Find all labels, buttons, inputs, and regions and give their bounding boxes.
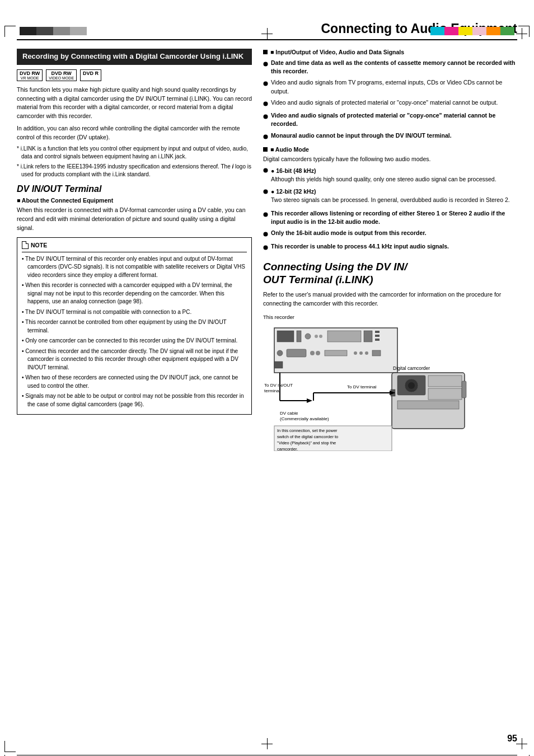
circle-bullet-b2 xyxy=(263,231,268,239)
svg-point-14 xyxy=(315,335,318,338)
note-item-6: Connect this recorder and the camcorder … xyxy=(22,348,247,372)
svg-rect-17 xyxy=(364,331,372,342)
circle-bullet-1 xyxy=(263,60,268,76)
svg-text:(Commercially available): (Commercially available) xyxy=(280,416,329,421)
bullet-text-5: Monaural audio cannot be input through t… xyxy=(271,132,517,142)
this-recorder-label: This recorder xyxy=(263,314,517,320)
audio-mode-title: ■ Audio Mode xyxy=(270,146,309,153)
svg-text:Digital camcorder: Digital camcorder xyxy=(393,365,430,371)
svg-point-0 xyxy=(264,62,268,67)
about-text: When this recorder is connected with a D… xyxy=(17,206,252,232)
svg-rect-12 xyxy=(297,331,301,342)
content-area: Recording by Connecting with a Digital C… xyxy=(0,40,534,459)
note-title: NOTE xyxy=(22,241,247,249)
bold-bullet-3: This recorder is unable to process 44.1 … xyxy=(263,242,517,252)
circle-bullet-b1 xyxy=(263,211,268,226)
svg-point-2 xyxy=(264,101,268,106)
svg-point-7 xyxy=(264,213,268,217)
svg-text:camcorder.: camcorder. xyxy=(277,447,298,451)
audio-12bit-heading: ● 12-bit (32 kHz) xyxy=(263,188,517,195)
bullet-item-2: Video and audio signals from TV programs… xyxy=(263,78,517,95)
note-item-3: The DV IN/OUT terminal is not compatible… xyxy=(22,308,247,317)
svg-rect-30 xyxy=(274,361,283,368)
svg-point-4 xyxy=(264,134,268,139)
connecting-section: Connecting Using the DV IN/OUT Terminal … xyxy=(263,261,517,451)
note-label: NOTE xyxy=(31,242,47,248)
crosshair-bottom xyxy=(261,738,273,749)
dvd-badges: DVD RW VR MODE DVD RW VIDEO MODE DVD R xyxy=(17,69,252,81)
connecting-intro: Refer to the user's manual provided with… xyxy=(263,290,517,308)
left-column: Recording by Connecting with a Digital C… xyxy=(17,49,252,451)
audio-mode-intro: Digital camcorders typically have the fo… xyxy=(263,155,517,164)
right-column: ■ Input/Output of Video, Audio and Data … xyxy=(263,49,517,451)
svg-point-8 xyxy=(264,232,268,237)
note-item-8: Signals may not be able to be output or … xyxy=(22,392,247,408)
bullet-text-1: Date and time data as well as the conten… xyxy=(271,59,517,76)
svg-point-41 xyxy=(408,382,415,389)
svg-point-24 xyxy=(316,351,320,355)
connecting-heading: Connecting Using the DV IN/OUT Terminal … xyxy=(263,261,517,287)
svg-point-15 xyxy=(319,335,322,338)
svg-rect-25 xyxy=(325,350,347,356)
note-item-4: This recorder cannot be controlled from … xyxy=(22,318,247,335)
bullet-item-5: Monaural audio cannot be input through t… xyxy=(263,132,517,142)
audio-16bit-heading: ● 16-bit (48 kHz) xyxy=(263,167,517,174)
svg-rect-22 xyxy=(287,349,306,357)
audio-mode-header: ■ Audio Mode xyxy=(263,146,517,153)
circle-bullet-4 xyxy=(263,113,268,128)
footnote-2: * i.Link refers to the IEEE1394-1995 ind… xyxy=(17,163,252,179)
svg-point-13 xyxy=(305,334,311,339)
crosshair-top xyxy=(261,28,273,39)
svg-marker-33 xyxy=(307,398,312,403)
audio-item-16bit: ● 16-bit (48 kHz) Although this yields h… xyxy=(263,167,517,184)
reg-mark-tr xyxy=(518,26,530,37)
svg-rect-29 xyxy=(372,350,381,356)
dvd-badge-vrmode: DVD RW VR MODE xyxy=(17,69,43,81)
bold-bullet-text-1: This recorder allows listening or record… xyxy=(271,209,517,226)
dv-terminal-heading: DV IN/OUT Terminal xyxy=(17,184,252,194)
square-bullet-io xyxy=(263,50,268,54)
svg-point-23 xyxy=(310,351,315,355)
bold-bullet-2: Only the 16-bit audio mode is output fro… xyxy=(263,229,517,239)
note-item-2: When this recorder is connected with a c… xyxy=(22,281,247,306)
square-bullet-audio xyxy=(263,147,268,152)
svg-rect-18 xyxy=(375,331,380,333)
color-bars-left xyxy=(20,27,87,35)
circle-bullet-2 xyxy=(263,80,268,95)
svg-rect-45 xyxy=(462,381,466,398)
svg-text:DV cable: DV cable xyxy=(280,411,298,416)
page: Connecting to Audio Equipment Recording … xyxy=(0,21,534,756)
intro-text: This function lets you make high picture… xyxy=(17,86,252,121)
svg-point-26 xyxy=(354,351,357,355)
note-item-7: When two of these recorders are connecte… xyxy=(22,374,247,390)
note-doc-icon xyxy=(22,241,29,249)
audio-mode-section: ■ Audio Mode Digital camcorders typicall… xyxy=(263,146,517,252)
color-bars-right xyxy=(430,27,514,35)
svg-rect-19 xyxy=(375,335,380,337)
circle-bullet-b3 xyxy=(263,244,268,252)
svg-text:In this connection, set the po: In this connection, set the power xyxy=(277,428,338,433)
svg-rect-43 xyxy=(428,388,462,400)
bold-bullet-text-3: This recorder is unable to process 44.1 … xyxy=(271,242,517,252)
bullet-text-4: Video and audio signals of protected mat… xyxy=(271,111,517,128)
note-item-5: Only one camcorder can be connected to t… xyxy=(22,337,247,345)
bold-bullet-text-2: Only the 16-bit audio mode is output fro… xyxy=(271,229,517,239)
dvd-badge-videomode: DVD RW VIDEO MODE xyxy=(46,69,77,81)
footnote-1: * i.LINK is a function that lets you con… xyxy=(17,145,252,161)
svg-text:terminal: terminal xyxy=(264,388,280,393)
svg-text:"Video (Playback)" and stop th: "Video (Playback)" and stop the xyxy=(277,440,336,445)
svg-text:switch of the digital camcorde: switch of the digital camcorder to xyxy=(277,434,338,439)
bullet-text-2: Video and audio signals from TV programs… xyxy=(271,78,517,95)
svg-rect-16 xyxy=(327,331,361,342)
bullet-item-4: Video and audio signals of protected mat… xyxy=(263,111,517,128)
svg-text:To DV terminal: To DV terminal xyxy=(347,384,377,389)
svg-rect-20 xyxy=(375,339,380,341)
circle-bullet-5 xyxy=(263,133,268,142)
reg-mark-bl xyxy=(4,741,16,752)
audio-12bit-text: Two stereo signals can be processed. In … xyxy=(263,196,517,205)
svg-point-9 xyxy=(264,245,268,250)
audio-16bit-text: Although this yields high sound quality,… xyxy=(263,175,517,184)
bullet-item-1: Date and time data as well as the conten… xyxy=(263,59,517,76)
bullet-item-3: Video and audio signals of protected mat… xyxy=(263,98,517,109)
connection-diagram: To DV IN/OUT terminal DV cable (Commerci… xyxy=(263,322,476,451)
